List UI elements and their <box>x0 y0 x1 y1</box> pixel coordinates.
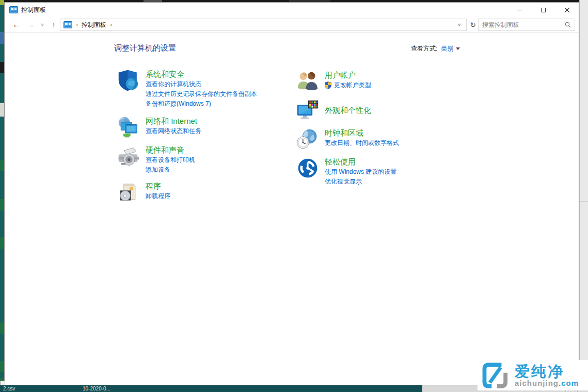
category-link[interactable]: 添加设备 <box>146 165 195 175</box>
link-label: 备份和还原(Windows 7) <box>146 99 211 109</box>
window-title: 控制面板 <box>21 6 46 14</box>
aichunjing-watermark: 爱纯净 aichunjing.com <box>478 360 588 390</box>
search-icon[interactable] <box>565 22 571 28</box>
link-label: 通过文件历史记录保存你的文件备份副本 <box>146 89 257 99</box>
navigation-toolbar: ← → ∨ ↑ › 控制面板 › ∨ ↻ <box>5 17 579 33</box>
view-by-control: 查看方式: 类别 <box>411 44 460 53</box>
category-link[interactable]: 备份和还原(Windows 7) <box>146 99 257 109</box>
titlebar[interactable]: 控制面板 <box>5 3 579 17</box>
desktop-icon-sliver <box>0 62 4 73</box>
category-link[interactable]: 更改日期、时间或数字格式 <box>325 138 399 148</box>
search-input[interactable] <box>482 21 565 28</box>
desktop-file-label: 10-2020-0... <box>83 385 110 392</box>
category-link[interactable]: 卸载程序 <box>146 191 170 201</box>
desktop-icon-sliver <box>0 103 4 117</box>
aichunjing-logo-icon <box>482 362 511 389</box>
programs-icon[interactable] <box>117 181 140 204</box>
link-label: 查看设备和打印机 <box>146 155 195 165</box>
desktop-icon-sliver <box>0 199 4 210</box>
link-label: 优化视觉显示 <box>325 177 362 187</box>
category-link[interactable]: 查看设备和打印机 <box>146 155 195 165</box>
category-appearance-personalization: 外观和个性化 <box>296 99 472 122</box>
category-title[interactable]: 网络和 Internet <box>146 116 201 126</box>
category-title[interactable]: 硬件和声音 <box>146 145 195 155</box>
desktop-icon-sliver <box>0 237 4 249</box>
breadcrumb-separator: › <box>76 21 78 28</box>
category-title[interactable]: 时钟和区域 <box>325 128 399 138</box>
desktop-left-sliver <box>0 0 4 392</box>
link-label: 更改日期、时间或数字格式 <box>325 138 399 148</box>
category-system-security: 系统和安全 查看你的计算机状态 通过文件历史记录保存你的文件备份副本 备份和还原… <box>117 69 293 109</box>
category-link[interactable]: 查看你的计算机状态 <box>146 79 257 89</box>
hardware-sound-icon[interactable] <box>117 145 140 168</box>
background-window-right-sliver <box>579 0 588 392</box>
category-ease-of-access: 轻松使用 使用 Windows 建议的设置 优化视觉显示 <box>296 157 472 187</box>
control-panel-icon <box>63 21 72 28</box>
category-title[interactable]: 用户帐户 <box>325 70 371 80</box>
category-hardware-sound: 硬件和声音 查看设备和打印机 添加设备 <box>117 145 293 175</box>
user-accounts-icon[interactable] <box>296 70 319 93</box>
category-user-accounts: 用户帐户 更改帐户类型 <box>296 70 472 93</box>
category-title[interactable]: 外观和个性化 <box>325 105 371 116</box>
category-column-right: 用户帐户 更改帐户类型 <box>296 70 472 193</box>
view-by-caret-icon[interactable] <box>456 47 460 50</box>
category-network-internet: 网络和 Internet 查看网络状态和任务 <box>117 116 293 139</box>
link-label: 添加设备 <box>146 165 170 175</box>
desktop-icon-sliver <box>0 160 4 171</box>
category-link[interactable]: 通过文件历史记录保存你的文件备份副本 <box>146 89 257 99</box>
category-link[interactable]: 使用 Windows 建议的设置 <box>325 167 396 177</box>
maximize-button[interactable] <box>531 3 555 17</box>
back-button[interactable]: ← <box>10 17 23 32</box>
address-dropdown-chevron[interactable]: ∨ <box>454 22 464 27</box>
desktop-file-label: 2.csv <box>3 385 15 392</box>
category-link[interactable]: 更改帐户类型 <box>325 80 371 90</box>
watermark-brand: 爱纯净 <box>515 364 579 379</box>
link-label: 卸载程序 <box>146 191 170 201</box>
close-button[interactable] <box>555 3 579 17</box>
breadcrumb-control-panel[interactable]: 控制面板 <box>82 21 106 29</box>
clock-region-icon[interactable] <box>296 128 319 151</box>
domain-tld: .com <box>559 379 579 387</box>
category-programs: 程序 卸载程序 <box>117 181 293 204</box>
up-button[interactable]: ↑ <box>48 17 59 32</box>
view-by-value[interactable]: 类别 <box>441 44 453 53</box>
control-panel-window: 控制面板 ← → ∨ ↑ › 控制面板 › ∨ <box>4 2 579 385</box>
page-title: 调整计算机的设置 <box>114 43 176 53</box>
link-label: 使用 Windows 建议的设置 <box>325 167 396 177</box>
desktop-icon-sliver <box>0 32 4 44</box>
control-panel-icon <box>9 6 18 14</box>
watermark-domain: aichunjing.com <box>515 379 579 387</box>
category-link[interactable]: 查看网络状态和任务 <box>146 126 201 136</box>
watermark-text: 爱纯净 aichunjing.com <box>515 364 579 387</box>
network-internet-icon[interactable] <box>117 116 140 139</box>
category-link[interactable]: 优化视觉显示 <box>325 177 396 187</box>
desktop-icon-sliver <box>0 361 4 372</box>
control-panel-home: 调整计算机的设置 查看方式: 类别 系统和安全 查看你的计算机状态 通过文件历 <box>5 33 579 385</box>
minimize-button[interactable] <box>507 3 531 17</box>
desktop-icon-sliver <box>0 322 4 334</box>
minimize-icon <box>517 10 522 10</box>
system-security-icon[interactable] <box>117 69 140 92</box>
address-bar[interactable]: › 控制面板 › ∨ <box>60 19 467 31</box>
ease-of-access-icon[interactable] <box>296 157 319 179</box>
view-by-label: 查看方式: <box>411 44 437 53</box>
breadcrumb-separator: › <box>110 21 112 28</box>
refresh-button[interactable]: ↻ <box>467 19 479 31</box>
recent-locations-chevron[interactable]: ∨ <box>38 17 47 32</box>
link-label: 更改帐户类型 <box>334 80 371 90</box>
domain-name: aichunjing <box>515 379 559 387</box>
uac-shield-icon <box>325 81 331 89</box>
close-icon <box>564 7 570 13</box>
category-column-left: 系统和安全 查看你的计算机状态 通过文件历史记录保存你的文件备份副本 备份和还原… <box>117 69 293 210</box>
link-label: 查看你的计算机状态 <box>146 79 201 89</box>
category-title[interactable]: 程序 <box>146 181 170 191</box>
category-title[interactable]: 系统和安全 <box>146 69 257 79</box>
link-label: 查看网络状态和任务 <box>146 126 201 136</box>
desktop-icon-sliver <box>0 0 4 5</box>
divider <box>580 201 588 202</box>
forward-button[interactable]: → <box>24 17 37 32</box>
search-box[interactable] <box>478 19 575 31</box>
appearance-personalization-icon[interactable] <box>296 99 319 122</box>
maximize-icon <box>541 8 546 12</box>
category-title[interactable]: 轻松使用 <box>325 157 396 167</box>
